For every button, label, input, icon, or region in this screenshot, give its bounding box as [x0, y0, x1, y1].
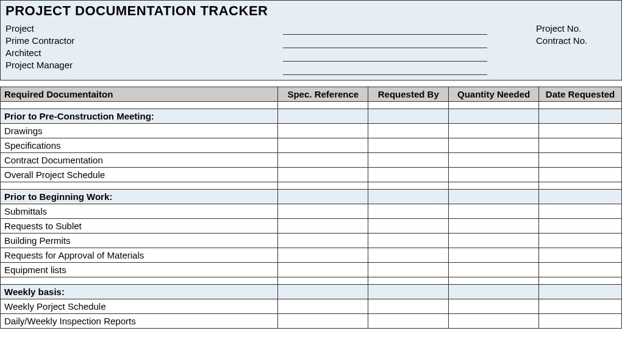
table-row: Requests to Sublet: [1, 219, 622, 234]
input-cell[interactable]: [278, 299, 368, 314]
gap-row: [1, 182, 622, 190]
empty-cell: [449, 102, 539, 109]
input-cell[interactable]: [368, 168, 449, 182]
section-heading: Prior to Beginning Work:: [1, 190, 278, 204]
input-cell[interactable]: [368, 299, 449, 314]
input-cell[interactable]: [368, 314, 449, 329]
table-row: Specifications: [1, 138, 622, 153]
col-header-doc: Required Documentaiton: [1, 87, 278, 102]
empty-cell: [368, 277, 449, 285]
empty-cell: [278, 182, 368, 190]
label-prime-contractor: Prime Contractor: [5, 35, 283, 47]
input-cell[interactable]: [539, 314, 622, 329]
table-row: Contract Documentation: [1, 153, 622, 168]
label-project-no: Project No.: [536, 23, 617, 35]
input-cell[interactable]: [449, 204, 539, 219]
doc-name-cell: Daily/Weekly Inspection Reports: [1, 314, 278, 329]
input-cell[interactable]: [368, 263, 449, 277]
input-cell[interactable]: [539, 124, 622, 138]
label-project-manager: Project Manager: [5, 59, 283, 71]
input-cell[interactable]: [278, 168, 368, 182]
col-header-date: Date Requested: [539, 87, 622, 102]
section-empty-cell: [368, 109, 449, 124]
input-cell[interactable]: [278, 124, 368, 138]
section-heading-row: Prior to Beginning Work:: [1, 190, 622, 204]
input-cell[interactable]: [278, 248, 368, 263]
empty-cell: [539, 182, 622, 190]
input-cell[interactable]: [278, 219, 368, 234]
table-row: Overall Project Schedule: [1, 168, 622, 182]
doc-name-cell: Building Permits: [1, 234, 278, 248]
page-title: PROJECT DOCUMENTATION TRACKER: [5, 3, 617, 19]
section-heading-row: Prior to Pre-Construction Meeting:: [1, 109, 622, 124]
section-empty-cell: [278, 109, 368, 124]
table-row: Daily/Weekly Inspection Reports: [1, 314, 622, 329]
input-cell[interactable]: [449, 219, 539, 234]
doc-name-cell: Submittals: [1, 204, 278, 219]
section-empty-cell: [539, 109, 622, 124]
section-empty-cell: [449, 109, 539, 124]
empty-cell: [368, 102, 449, 109]
table-row: Weekly Porject Schedule: [1, 299, 622, 314]
section-empty-cell: [539, 285, 622, 299]
section-empty-cell: [368, 285, 449, 299]
input-cell[interactable]: [449, 234, 539, 248]
input-prime-contractor[interactable]: [283, 36, 487, 48]
label-contract-no: Contract No.: [536, 35, 617, 47]
doc-name-cell: Requests for Approval of Materials: [1, 248, 278, 263]
input-cell[interactable]: [368, 248, 449, 263]
input-cell[interactable]: [449, 124, 539, 138]
empty-cell: [278, 102, 368, 109]
input-cell[interactable]: [368, 124, 449, 138]
col-header-reqby: Requested By: [368, 87, 449, 102]
input-architect[interactable]: [283, 49, 487, 62]
section-empty-cell: [539, 190, 622, 204]
section-heading: Prior to Pre-Construction Meeting:: [1, 109, 278, 124]
table-row: Building Permits: [1, 234, 622, 248]
empty-cell: [449, 277, 539, 285]
input-cell[interactable]: [449, 153, 539, 168]
input-cell[interactable]: [539, 168, 622, 182]
label-architect: Architect: [5, 47, 283, 59]
input-cell[interactable]: [449, 314, 539, 329]
doc-name-cell: Weekly Porject Schedule: [1, 299, 278, 314]
input-cell[interactable]: [539, 234, 622, 248]
input-cell[interactable]: [539, 248, 622, 263]
table-row: Requests for Approval of Materials: [1, 248, 622, 263]
input-cell[interactable]: [278, 263, 368, 277]
section-empty-cell: [449, 285, 539, 299]
spacer: [0, 80, 622, 87]
input-cell[interactable]: [449, 248, 539, 263]
input-cell[interactable]: [368, 234, 449, 248]
input-cell[interactable]: [539, 263, 622, 277]
input-cell[interactable]: [278, 234, 368, 248]
input-cell[interactable]: [449, 168, 539, 182]
section-empty-cell: [278, 285, 368, 299]
section-heading: Weekly basis:: [1, 285, 278, 299]
input-cell[interactable]: [368, 219, 449, 234]
input-cell[interactable]: [539, 153, 622, 168]
input-cell[interactable]: [539, 138, 622, 153]
input-cell[interactable]: [278, 138, 368, 153]
input-cell[interactable]: [449, 138, 539, 153]
input-project-manager[interactable]: [283, 63, 487, 75]
input-cell[interactable]: [539, 219, 622, 234]
gap-row: [1, 277, 622, 285]
input-cell[interactable]: [539, 204, 622, 219]
input-cell[interactable]: [539, 299, 622, 314]
input-cell[interactable]: [278, 314, 368, 329]
input-cell[interactable]: [449, 299, 539, 314]
input-project[interactable]: [283, 23, 487, 35]
col-header-qty: Quantity Needed: [449, 87, 539, 102]
input-cell[interactable]: [278, 204, 368, 219]
section-empty-cell: [278, 190, 368, 204]
header-block: PROJECT DOCUMENTATION TRACKER Project Pr…: [0, 0, 622, 80]
input-cell[interactable]: [449, 263, 539, 277]
doc-name-cell: Drawings: [1, 124, 278, 138]
table-row: Submittals: [1, 204, 622, 219]
empty-cell: [539, 102, 622, 109]
input-cell[interactable]: [368, 138, 449, 153]
input-cell[interactable]: [368, 153, 449, 168]
input-cell[interactable]: [368, 204, 449, 219]
input-cell[interactable]: [278, 153, 368, 168]
